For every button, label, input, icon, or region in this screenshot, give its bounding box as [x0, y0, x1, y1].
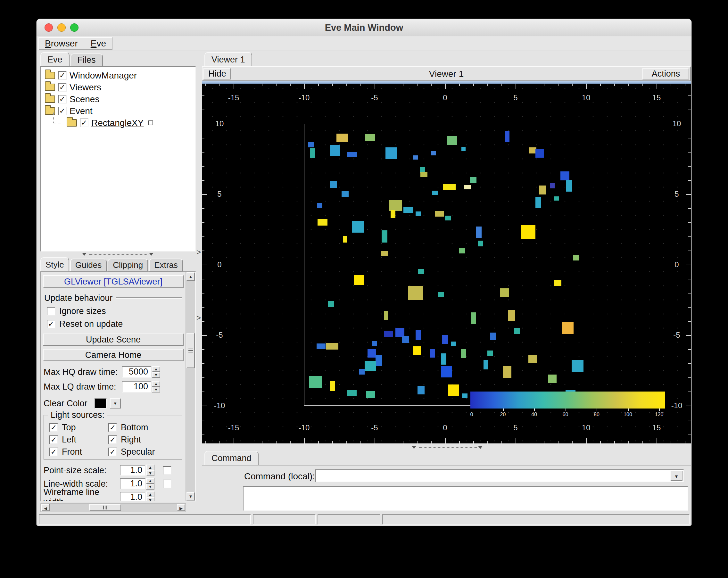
camera-home-button[interactable]: Camera Home	[43, 349, 184, 361]
axis-tick	[487, 84, 488, 86]
clear-color-swatch[interactable]	[95, 398, 107, 409]
light-left-label: Left	[62, 435, 76, 445]
tab-eve[interactable]: Eve	[41, 52, 70, 66]
spinner-line-width-scale-down-icon[interactable]: ▼	[146, 484, 154, 490]
light-front[interactable]: ✓Front	[49, 447, 108, 456]
event-rectangle	[464, 185, 471, 189]
spinner-max-hq-draw-time-value[interactable]: 5000	[122, 366, 151, 378]
actions-button[interactable]: Actions	[643, 68, 689, 79]
spinner-point-size-scale-checkbox[interactable]	[163, 466, 172, 475]
axis-tick	[688, 279, 691, 280]
splitter-collapse-down-icon[interactable]	[149, 253, 154, 256]
y-axis-label: 5	[666, 190, 688, 199]
tab-files[interactable]: Files	[71, 53, 103, 66]
splitter-collapse-up-icon[interactable]	[82, 253, 86, 256]
tab-extras[interactable]: Extras	[149, 259, 183, 271]
light-bottom-checkbox[interactable]: ✓	[108, 423, 117, 432]
tab-command[interactable]: Command	[204, 451, 259, 465]
command-output-area[interactable]	[243, 486, 688, 511]
spinner-max-lq-draw-time-value[interactable]: 100	[122, 381, 151, 393]
menu-browser[interactable]: Browser	[45, 38, 78, 49]
tree-item-event[interactable]: ✓Event	[41, 105, 195, 117]
panel-splitter-handle-icon[interactable]: >	[197, 248, 201, 256]
tree-item-rectanglexy[interactable]: ✓RectangleXY	[41, 117, 195, 129]
spinner-wireframe-line-width-value[interactable]: 1.0	[120, 492, 146, 501]
tree-item-windowmanager[interactable]: ✓WindowManager	[41, 70, 195, 81]
spinner-max-hq-draw-time-down-icon[interactable]: ▼	[152, 372, 160, 378]
tab-viewer-1[interactable]: Viewer 1	[204, 52, 252, 66]
splitter-collapse-down-icon[interactable]	[478, 446, 483, 449]
update-behaviour-group: Update behaviour	[44, 293, 182, 303]
panel-splitter-handle-icon[interactable]: >	[197, 314, 201, 322]
tab-clipping[interactable]: Clipping	[108, 259, 148, 271]
light-specular-checkbox[interactable]: ✓	[108, 448, 117, 456]
scroll-right-icon[interactable]: ▶	[177, 504, 185, 511]
checkbox-reset-on-update[interactable]: ✓Reset on update	[47, 319, 185, 329]
tree-checkbox[interactable]: ✓	[58, 95, 67, 104]
tab-guides[interactable]: Guides	[70, 259, 107, 271]
event-rectangle	[566, 180, 572, 192]
light-front-checkbox[interactable]: ✓	[49, 448, 58, 456]
spinner-max-lq-draw-time-up-icon[interactable]: ▲	[152, 381, 160, 387]
scroll-left-icon[interactable]: ◀	[41, 504, 50, 511]
tab-style[interactable]: Style	[41, 257, 69, 271]
axis-tick	[205, 441, 206, 443]
axis-tick	[219, 441, 220, 443]
spinner-point-size-scale-value[interactable]: 1.0	[120, 465, 146, 476]
colorbar-tick	[534, 409, 535, 411]
light-top[interactable]: ✓Top	[49, 423, 108, 432]
tree-checkbox[interactable]: ✓	[80, 119, 88, 127]
tree-item-viewers[interactable]: ✓Viewers	[41, 81, 195, 93]
spinner-line-width-scale-stepper[interactable]: ▲▼	[146, 478, 154, 490]
light-left[interactable]: ✓Left	[49, 435, 108, 444]
scrollbar-thumb[interactable]	[89, 504, 121, 511]
axis-tick	[202, 392, 204, 392]
tree-checkbox[interactable]: ✓	[58, 83, 67, 91]
checkbox-ignore-sizes-checkbox[interactable]	[47, 307, 55, 316]
glviewer-header-button[interactable]: GLViewer [TGLSAViewer]	[43, 275, 184, 288]
spinner-wireframe-line-width-down-icon[interactable]: ▼	[146, 497, 154, 501]
spinner-line-width-scale-checkbox[interactable]	[163, 480, 172, 488]
chevron-down-icon[interactable]: ▼	[670, 471, 682, 481]
command-input[interactable]: ▼	[315, 469, 684, 482]
light-right-checkbox[interactable]: ✓	[108, 436, 117, 444]
checkbox-reset-on-update-checkbox[interactable]: ✓	[47, 320, 55, 329]
spinner-wireframe-line-width-stepper[interactable]: ▲▼	[146, 492, 154, 501]
light-bottom[interactable]: ✓Bottom	[108, 423, 179, 432]
spinner-point-size-scale-stepper[interactable]: ▲▼	[146, 465, 154, 476]
menu-eve[interactable]: Eve	[91, 38, 106, 49]
event-rectangle	[342, 191, 348, 197]
tree-item-scenes[interactable]: ✓Scenes	[41, 93, 195, 105]
y-axis-label: 0	[666, 260, 688, 269]
spinner-max-hq-draw-time-stepper[interactable]: ▲▼	[152, 366, 160, 378]
style-horizontal-scrollbar[interactable]: ◀ ▶	[41, 503, 186, 512]
spinner-point-size-scale-down-icon[interactable]: ▼	[146, 470, 154, 476]
spinner-wireframe-line-width-up-icon[interactable]: ▲	[146, 492, 154, 497]
scroll-up-icon[interactable]: ▲	[186, 272, 195, 281]
spinner-max-hq-draw-time-up-icon[interactable]: ▲	[152, 366, 160, 372]
eve-object-tree[interactable]: ✓WindowManager✓Viewers✓Scenes✓Event✓Rect…	[41, 66, 196, 252]
spinner-line-width-scale-value[interactable]: 1.0	[120, 478, 146, 489]
splitter-collapse-up-icon[interactable]	[412, 446, 416, 449]
style-vertical-scrollbar[interactable]: ▲ ▼	[185, 272, 195, 501]
event-rectangle	[359, 369, 365, 375]
spinner-line-width-scale-up-icon[interactable]: ▲	[146, 478, 154, 484]
viewer-command-splitter[interactable]	[202, 445, 691, 450]
spinner-max-lq-draw-time-down-icon[interactable]: ▼	[152, 387, 160, 393]
scrollbar-thumb[interactable]	[186, 333, 195, 368]
scroll-down-icon[interactable]: ▼	[186, 492, 195, 500]
title-bar[interactable]: Eve Main Window	[36, 19, 692, 36]
light-left-checkbox[interactable]: ✓	[49, 436, 58, 444]
light-specular[interactable]: ✓Specular	[108, 447, 179, 456]
update-scene-button[interactable]: Update Scene	[43, 334, 184, 346]
spinner-max-lq-draw-time-stepper[interactable]: ▲▼	[152, 381, 160, 393]
tree-checkbox[interactable]: ✓	[58, 107, 67, 115]
spinner-point-size-scale-up-icon[interactable]: ▲	[146, 465, 154, 470]
light-right[interactable]: ✓Right	[108, 435, 179, 444]
light-top-checkbox[interactable]: ✓	[49, 423, 58, 432]
checkbox-ignore-sizes[interactable]: Ignore sizes	[47, 306, 185, 316]
clear-color-dropdown-icon[interactable]: ▾	[110, 398, 121, 409]
gl-viewer-canvas[interactable]: -15-15-10-10-5-500551010151510105500-5-5…	[202, 84, 691, 443]
tree-checkbox[interactable]: ✓	[58, 71, 67, 80]
left-horizontal-splitter[interactable]	[41, 252, 196, 257]
